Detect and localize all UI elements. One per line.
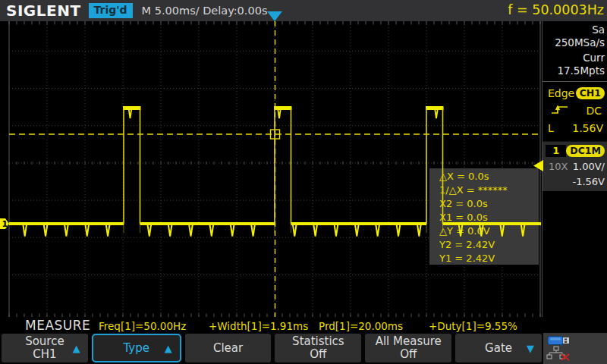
trigger-position-marker-icon[interactable] <box>267 11 282 21</box>
trigger-mode: Edge <box>548 87 574 99</box>
chevron-up-icon: ▲ <box>73 342 80 355</box>
measure-bar: MEASURE Freq[1]=50.00Hz+Width[1]=1.91msP… <box>0 317 543 333</box>
menu-button-type[interactable]: Type▲ <box>92 334 181 362</box>
softkey-menu: SourceCH1▲Type▲ClearStatisticsOffAll Mea… <box>0 333 543 364</box>
menu-button-clear[interactable]: Clear <box>185 334 272 362</box>
menu-button-statistics[interactable]: StatisticsOff <box>275 334 361 362</box>
frequency-counter: f = 50.0003Hz <box>508 2 604 17</box>
channel-number: 1 <box>546 145 566 157</box>
channel1-marker-label: 1 <box>2 219 8 229</box>
trigger-level-label: L <box>548 122 554 134</box>
chevron-up-icon: ▲ <box>165 342 172 355</box>
probe-attenuation: 10X <box>549 161 568 172</box>
trigger-source-badge: CH1 <box>576 87 605 99</box>
memory-depth: Curr 17.5Mpts <box>543 49 607 77</box>
waveform-layer: 1 <box>0 21 543 317</box>
top-status-bar: SIGLENT Trig'd M 5.00ms/ Delay:0.00s f =… <box>0 0 607 21</box>
status-icons-cell <box>543 333 607 364</box>
menu-button-gate[interactable]: Gate▼ <box>455 334 542 362</box>
vertical-scale: 1.00V/ <box>573 161 605 172</box>
ch1-waveform-trace <box>9 108 541 237</box>
measure-item: Prd[1]=20.00ms <box>319 320 403 332</box>
trigger-level-value: 1.56V <box>572 122 603 134</box>
right-sidebar: Sa 250MSa/s Curr 17.5Mpts Edge CH1 DC L … <box>542 21 607 317</box>
menu-button-all-measure[interactable]: All MeasureOff <box>365 334 451 362</box>
usb-icon <box>547 335 573 346</box>
timebase-readout[interactable]: M 5.00ms/ Delay:0.00s <box>142 5 268 17</box>
measure-title: MEASURE <box>25 318 90 333</box>
chevron-down-icon: ▼ <box>527 342 534 355</box>
measure-item: +Width[1]=1.91ms <box>209 320 308 332</box>
rising-edge-icon <box>551 104 569 117</box>
vertical-offset: -1.56V <box>572 176 605 187</box>
measure-item: Freq[1]=50.00Hz <box>99 320 186 332</box>
menu-button-source[interactable]: SourceCH1▲ <box>2 334 88 362</box>
siglent-logo: SIGLENT <box>6 2 81 20</box>
channel-coupling-badge: DC1M <box>566 145 605 157</box>
measure-item: +Duty[1]=9.55% <box>429 320 517 332</box>
trigger-coupling: DC <box>586 105 602 117</box>
trigger-level-marker-icon[interactable] <box>533 160 543 171</box>
oscilloscope-screen: SIGLENT Trig'd M 5.00ms/ Delay:0.00s f =… <box>0 0 607 364</box>
trigger-status-badge: Trig'd <box>89 3 133 18</box>
trigger-descriptor[interactable]: Edge CH1 DC L 1.56V <box>543 81 607 140</box>
channel-descriptor[interactable]: 1 DC1M 10X 1.00V/ -1.56V <box>543 141 607 191</box>
lan-disconnected-icon <box>546 346 572 361</box>
sample-rate: Sa 250MSa/s <box>543 21 607 49</box>
